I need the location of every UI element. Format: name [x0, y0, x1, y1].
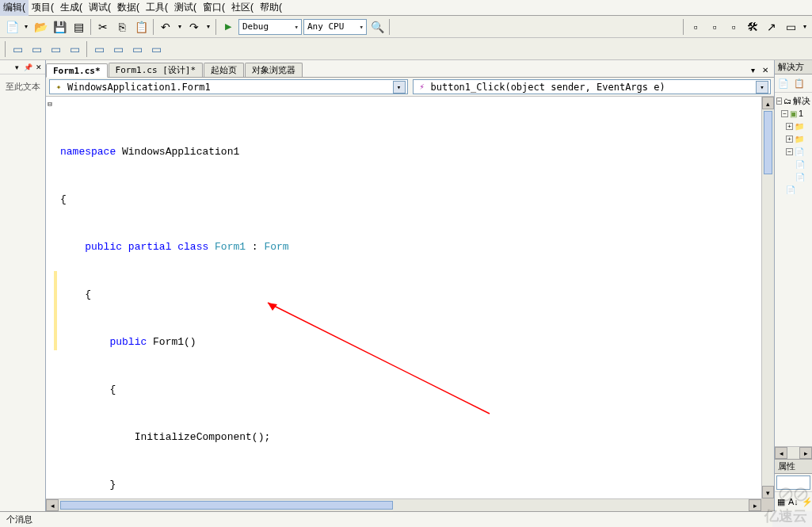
- find-icon[interactable]: 🔍: [368, 18, 386, 36]
- types-dropdown[interactable]: ✦ WindowsApplication1.Form1 ▾: [49, 79, 408, 94]
- config-combo[interactable]: Debug: [238, 19, 302, 35]
- menu-test[interactable]: 测试(: [171, 0, 200, 16]
- tree-hscroll[interactable]: ◂ ▸: [775, 446, 812, 459]
- cut-icon[interactable]: ✂: [94, 18, 112, 36]
- code-editor[interactable]: ⊟namespace WindowsApplication1 { ⊟ publi…: [46, 97, 774, 511]
- undo-icon[interactable]: ↶: [157, 18, 174, 36]
- file-icon: 📄: [795, 173, 805, 181]
- panel-pin-icon[interactable]: 📌: [23, 63, 32, 72]
- open-icon[interactable]: 📂: [32, 18, 49, 36]
- separator: [389, 19, 390, 35]
- solution-toolbar: 📄 📋: [775, 74, 812, 93]
- solution-explorer-header: 解决方: [775, 60, 812, 74]
- dropdown-arrow-icon[interactable]: ▾: [756, 81, 768, 94]
- solution-explorer-panel: 解决方 📄 📋 −🗂解决 −▣1 +📁 +📁 −📄 📄 📄 📄 ◂ ▸ 属性 ▦…: [774, 60, 812, 511]
- show-all-icon[interactable]: 📋: [792, 76, 806, 90]
- redo-icon[interactable]: ↷: [185, 18, 203, 36]
- save-icon[interactable]: 💾: [51, 18, 68, 36]
- scroll-left-icon[interactable]: ◂: [46, 499, 59, 511]
- tree-expand-icon[interactable]: +: [786, 136, 793, 143]
- export-icon[interactable]: ↗: [763, 18, 780, 36]
- properties-icon[interactable]: 📄: [776, 76, 791, 90]
- members-dropdown-text: button1_Click(object sender, EventArgs e…: [431, 82, 665, 93]
- folder-icon: 📁: [795, 135, 804, 143]
- separator: [90, 19, 91, 35]
- scroll-thumb-h[interactable]: [60, 501, 393, 510]
- output-panel-tab[interactable]: 个消息: [0, 511, 772, 527]
- scroll-right-icon[interactable]: ▸: [799, 447, 812, 459]
- members-dropdown[interactable]: ⚡ button1_Click(object sender, EventArgs…: [413, 79, 772, 94]
- bookmark-clear-icon[interactable]: ▭: [147, 40, 165, 58]
- outdent-icon[interactable]: ▭: [28, 40, 45, 58]
- menu-community[interactable]: 社区(: [228, 0, 257, 16]
- window-1-icon[interactable]: ▫: [687, 18, 704, 36]
- bookmark-next-icon[interactable]: ▭: [109, 40, 127, 58]
- toolbox-panel: ▾ 📌 ✕ 至此文本: [0, 60, 46, 511]
- bookmark-icon[interactable]: ▭: [90, 40, 108, 58]
- separator: [5, 41, 6, 57]
- file-icon: 📄: [786, 185, 795, 194]
- redo-dropdown[interactable]: ▾: [204, 23, 212, 30]
- tree-collapse-icon[interactable]: −: [786, 148, 793, 155]
- layout-dropdown[interactable]: ▾: [801, 23, 809, 30]
- window-3-icon[interactable]: ▫: [725, 18, 742, 36]
- horizontal-scrollbar[interactable]: ◂ ▸: [46, 498, 761, 511]
- menu-debug[interactable]: 调试(: [86, 0, 114, 16]
- menu-build[interactable]: 生成(: [57, 0, 86, 16]
- tab-object-browser[interactable]: 对象浏览器: [245, 63, 303, 77]
- vertical-scrollbar[interactable]: ▴ ▾: [761, 97, 774, 498]
- start-debug-icon[interactable]: ▶: [219, 18, 237, 36]
- tree-collapse-icon[interactable]: −: [781, 110, 788, 117]
- indent-icon[interactable]: ▭: [9, 40, 26, 58]
- layout-icon[interactable]: ▭: [782, 18, 799, 36]
- solution-icon: 🗂: [783, 97, 791, 105]
- menu-project[interactable]: 项目(: [29, 0, 57, 16]
- tab-start-page[interactable]: 起始页: [204, 63, 244, 77]
- panel-close-icon[interactable]: ✕: [34, 63, 44, 72]
- menu-help[interactable]: 帮助(: [257, 0, 285, 16]
- toolbox-hint-text: 至此文本: [0, 74, 45, 99]
- menu-data[interactable]: 数据(: [114, 0, 143, 16]
- scroll-right-icon[interactable]: ▸: [749, 499, 761, 511]
- copy-icon[interactable]: ⎘: [113, 18, 131, 36]
- comment-icon[interactable]: ▭: [47, 40, 64, 58]
- types-dropdown-text: WindowsApplication1.Form1: [67, 82, 211, 93]
- tree-expand-icon[interactable]: +: [786, 123, 793, 130]
- messages-label: 个消息: [6, 514, 32, 524]
- undo-dropdown[interactable]: ▾: [176, 23, 184, 30]
- scroll-up-icon[interactable]: ▴: [762, 97, 774, 109]
- tools-icon[interactable]: 🛠: [744, 18, 761, 36]
- close-doc-icon[interactable]: ✕: [760, 66, 771, 77]
- tab-form1-cs[interactable]: Form1.cs*: [46, 63, 108, 78]
- new-item-icon[interactable]: 📄: [3, 18, 21, 36]
- file-icon: 📄: [795, 160, 805, 169]
- dropdown-arrow-icon[interactable]: ▾: [393, 81, 406, 94]
- menu-edit[interactable]: 编辑(: [0, 0, 29, 16]
- file-icon: 📄: [795, 147, 804, 156]
- tab-form1-design[interactable]: Form1.cs [设计]*: [109, 63, 203, 77]
- save-all-icon[interactable]: ▤: [70, 18, 87, 36]
- scroll-thumb[interactable]: [764, 111, 772, 174]
- tree-item[interactable]: 1: [799, 109, 803, 118]
- paste-icon[interactable]: 📋: [132, 18, 150, 36]
- code-nav-bar: ✦ WindowsApplication1.Form1 ▾ ⚡ button1_…: [46, 78, 774, 97]
- uncomment-icon[interactable]: ▭: [66, 40, 83, 58]
- separator: [86, 41, 87, 57]
- separator: [683, 19, 684, 35]
- folder-icon: 📁: [795, 122, 804, 131]
- class-icon: ✦: [53, 82, 64, 93]
- new-item-dropdown[interactable]: ▾: [22, 23, 30, 30]
- bookmark-prev-icon[interactable]: ▭: [128, 40, 146, 58]
- document-tabs: Form1.cs* Form1.cs [设计]* 起始页 对象浏览器 ▾ ✕: [46, 60, 774, 78]
- menu-window[interactable]: 窗口(: [200, 0, 228, 16]
- tree-item[interactable]: 解决: [793, 95, 810, 107]
- solution-tree[interactable]: −🗂解决 −▣1 +📁 +📁 −📄 📄 📄 📄: [775, 93, 812, 446]
- platform-combo[interactable]: Any CPU: [303, 19, 367, 35]
- panel-dropdown-icon[interactable]: ▾: [12, 63, 21, 72]
- project-icon: ▣: [790, 109, 797, 118]
- tab-list-icon[interactable]: ▾: [747, 66, 758, 77]
- tree-collapse-icon[interactable]: −: [776, 97, 782, 105]
- scroll-left-icon[interactable]: ◂: [775, 447, 787, 459]
- window-2-icon[interactable]: ▫: [706, 18, 723, 36]
- menu-tools[interactable]: 工具(: [143, 0, 171, 16]
